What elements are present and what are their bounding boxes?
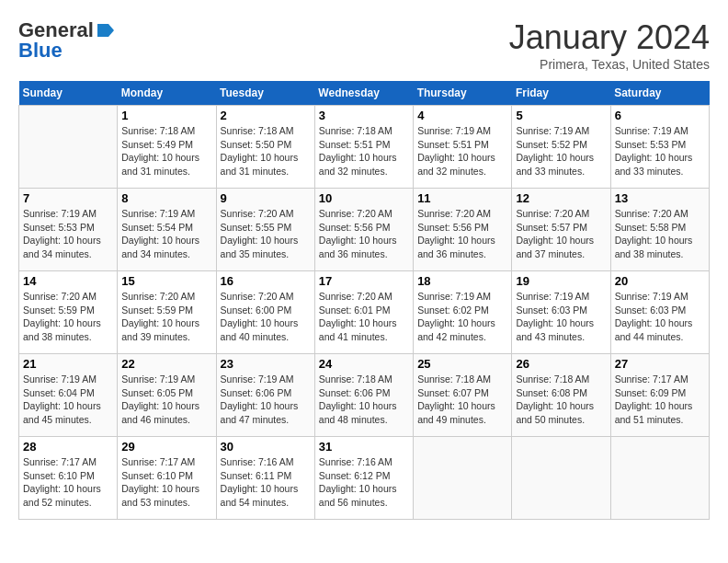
day-info: Sunrise: 7:19 AM Sunset: 5:51 PM Dayligh…	[417, 124, 507, 178]
day-info: Sunrise: 7:19 AM Sunset: 6:02 PM Dayligh…	[417, 290, 507, 344]
day-cell: 2Sunrise: 7:18 AM Sunset: 5:50 PM Daylig…	[216, 106, 314, 189]
day-cell: 10Sunrise: 7:20 AM Sunset: 5:56 PM Dayli…	[314, 189, 413, 271]
day-info: Sunrise: 7:20 AM Sunset: 5:57 PM Dayligh…	[516, 207, 606, 261]
day-cell	[19, 106, 118, 189]
day-cell: 23Sunrise: 7:19 AM Sunset: 6:06 PM Dayli…	[216, 354, 314, 437]
day-cell: 19Sunrise: 7:19 AM Sunset: 6:03 PM Dayli…	[512, 271, 610, 354]
day-cell: 24Sunrise: 7:18 AM Sunset: 6:06 PM Dayli…	[314, 354, 413, 437]
day-number: 3	[319, 109, 409, 122]
day-info: Sunrise: 7:18 AM Sunset: 6:06 PM Dayligh…	[319, 373, 409, 427]
day-cell: 14Sunrise: 7:20 AM Sunset: 5:59 PM Dayli…	[19, 271, 118, 354]
day-info: Sunrise: 7:19 AM Sunset: 5:53 PM Dayligh…	[23, 207, 113, 261]
day-info: Sunrise: 7:18 AM Sunset: 5:51 PM Dayligh…	[319, 124, 409, 178]
day-cell: 31Sunrise: 7:16 AM Sunset: 6:12 PM Dayli…	[314, 437, 413, 520]
day-number: 11	[417, 191, 507, 205]
day-cell: 12Sunrise: 7:20 AM Sunset: 5:57 PM Dayli…	[512, 189, 610, 271]
column-headers: SundayMondayTuesdayWednesdayThursdayFrid…	[19, 81, 710, 106]
week-row-3: 14Sunrise: 7:20 AM Sunset: 5:59 PM Dayli…	[19, 271, 710, 354]
day-cell: 29Sunrise: 7:17 AM Sunset: 6:10 PM Dayli…	[118, 437, 216, 520]
day-info: Sunrise: 7:19 AM Sunset: 5:52 PM Dayligh…	[516, 124, 606, 178]
calendar-table: SundayMondayTuesdayWednesdayThursdayFrid…	[18, 81, 710, 520]
day-number: 2	[221, 109, 311, 122]
day-info: Sunrise: 7:16 AM Sunset: 6:12 PM Dayligh…	[319, 455, 409, 510]
day-number: 20	[615, 274, 705, 288]
day-info: Sunrise: 7:20 AM Sunset: 5:59 PM Dayligh…	[121, 290, 211, 344]
day-number: 25	[417, 357, 507, 371]
day-number: 17	[319, 274, 409, 288]
week-row-1: 1Sunrise: 7:18 AM Sunset: 5:49 PM Daylig…	[19, 106, 710, 189]
day-info: Sunrise: 7:17 AM Sunset: 6:10 PM Dayligh…	[121, 455, 211, 510]
day-info: Sunrise: 7:19 AM Sunset: 6:04 PM Dayligh…	[23, 373, 113, 427]
day-info: Sunrise: 7:19 AM Sunset: 6:03 PM Dayligh…	[516, 290, 606, 344]
logo: General Blue	[18, 18, 116, 63]
day-cell: 8Sunrise: 7:19 AM Sunset: 5:54 PM Daylig…	[118, 189, 216, 271]
calendar-subtitle: Primera, Texas, United States	[509, 57, 710, 72]
day-number: 30	[221, 440, 311, 454]
col-header-sunday: Sunday	[19, 81, 118, 106]
day-info: Sunrise: 7:20 AM Sunset: 5:55 PM Dayligh…	[221, 207, 311, 261]
col-header-monday: Monday	[118, 81, 216, 106]
calendar-title: January 2024	[509, 18, 710, 57]
day-info: Sunrise: 7:17 AM Sunset: 6:09 PM Dayligh…	[615, 373, 705, 427]
day-cell: 9Sunrise: 7:20 AM Sunset: 5:55 PM Daylig…	[216, 189, 314, 271]
day-info: Sunrise: 7:20 AM Sunset: 6:01 PM Dayligh…	[319, 290, 409, 344]
day-info: Sunrise: 7:20 AM Sunset: 5:56 PM Dayligh…	[417, 207, 507, 261]
day-number: 6	[615, 109, 705, 122]
day-number: 27	[615, 357, 705, 371]
day-info: Sunrise: 7:16 AM Sunset: 6:11 PM Dayligh…	[221, 455, 311, 510]
day-info: Sunrise: 7:19 AM Sunset: 6:05 PM Dayligh…	[121, 373, 211, 427]
day-number: 13	[615, 191, 705, 205]
day-cell: 20Sunrise: 7:19 AM Sunset: 6:03 PM Dayli…	[610, 271, 709, 354]
day-number: 26	[516, 357, 606, 371]
day-number: 19	[516, 274, 606, 288]
col-header-friday: Friday	[512, 81, 610, 106]
day-info: Sunrise: 7:17 AM Sunset: 6:10 PM Dayligh…	[23, 455, 113, 510]
day-info: Sunrise: 7:19 AM Sunset: 6:06 PM Dayligh…	[221, 373, 311, 427]
day-number: 16	[221, 274, 311, 288]
col-header-wednesday: Wednesday	[314, 81, 413, 106]
day-cell	[414, 437, 512, 520]
day-cell: 7Sunrise: 7:19 AM Sunset: 5:53 PM Daylig…	[19, 189, 118, 271]
week-row-4: 21Sunrise: 7:19 AM Sunset: 6:04 PM Dayli…	[19, 354, 710, 437]
day-number: 10	[319, 191, 409, 205]
day-number: 18	[417, 274, 507, 288]
day-cell: 25Sunrise: 7:18 AM Sunset: 6:07 PM Dayli…	[414, 354, 512, 437]
day-cell	[512, 437, 610, 520]
day-number: 28	[23, 440, 113, 454]
day-number: 23	[221, 357, 311, 371]
day-info: Sunrise: 7:20 AM Sunset: 5:59 PM Dayligh…	[23, 290, 113, 344]
day-cell: 3Sunrise: 7:18 AM Sunset: 5:51 PM Daylig…	[314, 106, 413, 189]
week-row-2: 7Sunrise: 7:19 AM Sunset: 5:53 PM Daylig…	[19, 189, 710, 271]
day-number: 9	[221, 191, 311, 205]
day-number: 7	[23, 191, 113, 205]
day-info: Sunrise: 7:18 AM Sunset: 6:08 PM Dayligh…	[516, 373, 606, 427]
day-cell: 17Sunrise: 7:20 AM Sunset: 6:01 PM Dayli…	[314, 271, 413, 354]
logo-arrow-icon	[96, 20, 116, 40]
day-info: Sunrise: 7:19 AM Sunset: 6:03 PM Dayligh…	[615, 290, 705, 344]
day-cell: 4Sunrise: 7:19 AM Sunset: 5:51 PM Daylig…	[414, 106, 512, 189]
day-cell	[610, 437, 709, 520]
day-info: Sunrise: 7:18 AM Sunset: 5:50 PM Dayligh…	[221, 124, 311, 178]
day-info: Sunrise: 7:20 AM Sunset: 5:56 PM Dayligh…	[319, 207, 409, 261]
col-header-saturday: Saturday	[610, 81, 709, 106]
day-cell: 26Sunrise: 7:18 AM Sunset: 6:08 PM Dayli…	[512, 354, 610, 437]
day-info: Sunrise: 7:20 AM Sunset: 5:58 PM Dayligh…	[615, 207, 705, 261]
day-number: 15	[121, 274, 211, 288]
day-info: Sunrise: 7:19 AM Sunset: 5:53 PM Dayligh…	[615, 124, 705, 178]
col-header-thursday: Thursday	[414, 81, 512, 106]
header: General Blue January 2024 Primera, Texas…	[18, 18, 710, 72]
day-cell: 13Sunrise: 7:20 AM Sunset: 5:58 PM Dayli…	[610, 189, 709, 271]
title-area: January 2024 Primera, Texas, United Stat…	[509, 18, 710, 72]
day-info: Sunrise: 7:20 AM Sunset: 6:00 PM Dayligh…	[221, 290, 311, 344]
day-cell: 6Sunrise: 7:19 AM Sunset: 5:53 PM Daylig…	[610, 106, 709, 189]
day-number: 21	[23, 357, 113, 371]
day-number: 1	[121, 109, 211, 122]
week-row-5: 28Sunrise: 7:17 AM Sunset: 6:10 PM Dayli…	[19, 437, 710, 520]
day-number: 5	[516, 109, 606, 122]
day-number: 24	[319, 357, 409, 371]
day-cell: 5Sunrise: 7:19 AM Sunset: 5:52 PM Daylig…	[512, 106, 610, 189]
day-cell: 21Sunrise: 7:19 AM Sunset: 6:04 PM Dayli…	[19, 354, 118, 437]
day-cell: 15Sunrise: 7:20 AM Sunset: 5:59 PM Dayli…	[118, 271, 216, 354]
col-header-tuesday: Tuesday	[216, 81, 314, 106]
svg-marker-0	[97, 24, 114, 37]
